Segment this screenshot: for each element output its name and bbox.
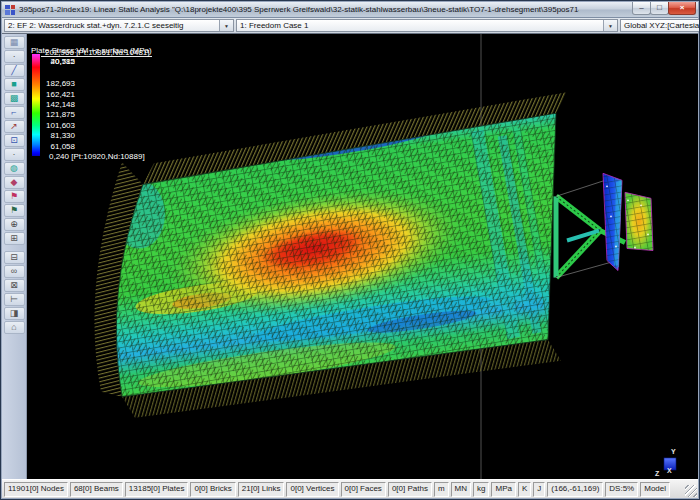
dynamic-scale: DS:5% [605,482,638,497]
legend-tick: 81,330 [31,131,75,140]
coordinate-system-dropdown[interactable]: Global XYZ:[Cartesian] ▼ [620,19,700,32]
load-case-dropdown[interactable]: 2: EF 2: Wasserdruck stat.+dyn. 7.2.1.C … [4,19,234,32]
status-beams[interactable]: 68[0] Beams [70,482,123,497]
home-icon[interactable]: ⌂ [4,321,25,334]
coordinate-system-value: Global XYZ:[Cartesian] [621,20,700,31]
chevron-down-icon[interactable]: ▼ [219,20,233,31]
status-faces[interactable]: 0[0] Faces [341,482,386,497]
status-plates[interactable]: 13185[0] Plates [125,482,189,497]
window-title: 395pos71-2index19: Linear Static Analysi… [19,5,579,14]
plate-icon[interactable]: ■ [4,78,25,91]
grid-edit-icon[interactable]: ⊠ [4,279,25,292]
legend-tick: 101,603 [31,121,75,130]
glasses-icon[interactable]: ∞ [4,265,25,278]
axis-y-label: Y [671,448,676,455]
unit-temperature[interactable]: K [518,482,531,497]
table-icon[interactable]: ⊟ [4,251,25,264]
status-paths[interactable]: 0[0] Paths [388,482,432,497]
grid-plus-icon[interactable]: ⊞ [4,232,25,245]
window-controls: – □ × [633,2,696,15]
case-toolbar: 2: EF 2: Wasserdruck stat.+dyn. 7.2.1.C … [2,18,698,34]
freedom-flag-icon[interactable]: ⚑ [4,204,25,217]
legend-tick: 121,875 [31,110,75,119]
legend-tick: 20,512 [31,57,75,66]
grid-icon[interactable]: ▦ [4,36,25,49]
node-icon[interactable]: ∙ [4,50,25,63]
app-window: 395pos71-2index19: Linear Static Analysi… [0,0,700,500]
status-vertices[interactable]: 0[0] Vertices [286,482,338,497]
status-bar: 11901[0] Nodes 68[0] Beams 13185[0] Plat… [2,479,698,498]
unit-mass[interactable]: kg [473,482,489,497]
chevron-down-icon[interactable]: ▼ [603,20,617,31]
status-bricks[interactable]: 0[0] Bricks [190,482,235,497]
axes-icon[interactable]: ⊢ [4,293,25,306]
brush-icon[interactable]: ◆ [4,176,25,189]
main-area: ▦ ∙ ╱ ■ ▩ ⌐ ↗ ⊡ · ◍ ◆ ⚑ ⚑ ⊕ ⊞ ⊟ ∞ ⊠ ⊢ ◨ … [2,34,698,479]
unit-force[interactable]: MN [451,482,471,497]
attach-icon[interactable]: ⊕ [4,218,25,231]
cylinder-icon[interactable]: ◍ [4,162,25,175]
model-viewport[interactable]: Y Z X Plate Stress:VM +z surface (MPa) 2… [27,34,698,479]
close-button[interactable]: × [668,2,696,15]
resize-grip[interactable] [685,485,697,497]
entity-toolbar: ▦ ∙ ╱ ■ ▩ ⌐ ↗ ⊡ · ◍ ◆ ⚑ ⚑ ⊕ ⊞ ⊟ ∞ ⊠ ⊢ ◨ … [2,34,27,479]
app-icon [5,5,15,15]
freedom-case-dropdown[interactable]: 1: Freedom Case 1 ▼ [236,19,618,32]
vertex-icon[interactable]: ↗ [4,120,25,133]
maximize-button[interactable]: □ [650,2,669,15]
link-icon[interactable]: ⌐ [4,106,25,119]
unit-energy[interactable]: J [533,482,545,497]
legend-tick: 142,148 [31,100,75,109]
legend-tick: 162,421 [31,90,75,99]
point-icon[interactable]: · [4,148,25,161]
load-case-value: 2: EF 2: Wasserdruck stat.+dyn. 7.2.1.C … [5,20,219,31]
legend-min-value: 0,240 [Pt:10920,Nd:10889] [49,152,145,161]
face-icon[interactable]: ⊡ [4,134,25,147]
view-mode[interactable]: Model [640,482,670,497]
beam-icon[interactable]: ╱ [4,64,25,77]
status-nodes[interactable]: 11901[0] Nodes [4,482,68,497]
freedom-case-value: 1: Freedom Case 1 [237,20,603,31]
load-flag-icon[interactable]: ⚑ [4,190,25,203]
contour-icon[interactable]: ◨ [4,307,25,320]
axis-x-label: X [667,467,672,474]
unit-stress[interactable]: MPa [491,482,515,497]
model-render: Y Z X [27,34,698,479]
title-bar: 395pos71-2index19: Linear Static Analysi… [2,2,698,18]
contour-legend: Plate Stress:VM +z surface (MPa) 202,966… [31,39,191,57]
legend-max-value: 202,966 [Pt:10861,Nd:10481] [45,48,150,57]
cursor-coordinates: (166,-61,169) [547,482,603,497]
axis-triad: Y Z X [655,448,676,477]
minimize-button[interactable]: – [632,2,651,15]
legend-tick: 182,693 [31,79,75,88]
status-links[interactable]: 21[0] Links [238,482,285,497]
unit-length[interactable]: m [434,482,449,497]
axis-z-label: Z [655,470,660,477]
legend-tick: 61,058 [31,142,75,151]
brick-icon[interactable]: ▩ [4,92,25,105]
pivot-arm-assembly [556,173,653,277]
